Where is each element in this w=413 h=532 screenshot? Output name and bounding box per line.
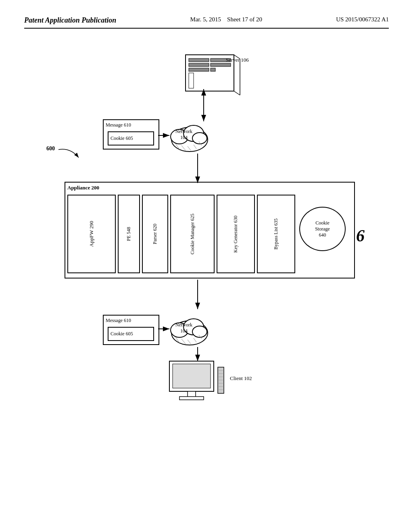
arrow-appliance-bottom-network [192, 278, 204, 312]
appliance-box: Appliance 200 AppFW 290 PE 548 Parser 62… [65, 182, 355, 278]
svg-rect-46 [218, 367, 224, 393]
cookie-storage-box: Cookie Storage 640 [299, 207, 346, 251]
arrow-network-client [192, 345, 204, 363]
pe-label: PE 548 [126, 227, 132, 241]
key-generator-box: Key Generator 630 [217, 195, 255, 273]
header-date-sheet: Mar. 5, 2015 Sheet 17 of 20 [190, 16, 262, 23]
cookie-manager-label: Cookie Manager 625 [190, 214, 196, 254]
pe-box: PE 548 [118, 195, 140, 273]
svg-rect-43 [173, 364, 211, 388]
svg-rect-45 [179, 397, 204, 400]
client-icon [165, 359, 230, 407]
cookie-manager-box: Cookie Manager 625 [170, 195, 215, 273]
server-label: Server 106 [226, 57, 249, 63]
page: Patent Application Publication Mar. 5, 2… [0, 0, 413, 532]
page-header: Patent Application Publication Mar. 5, 2… [24, 16, 389, 29]
svg-rect-4 [189, 63, 209, 66]
patent-number: US 2015/0067322 A1 [336, 16, 389, 23]
diagram-area: FIG. 6 600 [24, 41, 389, 508]
arrow-network-server [198, 87, 210, 123]
top-message-box: Message 610 Cookie 605 [103, 119, 159, 150]
bottom-cookie-box: Cookie 605 [108, 327, 154, 341]
top-cookie-box: Cookie 605 [108, 131, 154, 145]
parser-label: Parser 620 [152, 224, 158, 244]
svg-line-10 [234, 91, 240, 95]
publication-title: Patent Application Publication [24, 16, 116, 25]
top-message-label: Message 610 [106, 122, 131, 128]
ref-arrow [46, 145, 95, 170]
appfw-box: AppFW 290 [67, 195, 116, 273]
bottom-message-box: Message 610 Cookie 605 [103, 315, 159, 345]
svg-rect-5 [211, 63, 231, 66]
svg-rect-8 [189, 73, 194, 88]
arrow-network-appliance [192, 152, 204, 186]
client-label: Client 102 [230, 375, 252, 382]
svg-rect-7 [211, 68, 215, 71]
bypass-list-label: Bypass List 635 [273, 218, 279, 249]
key-generator-label: Key Generator 630 [233, 216, 239, 253]
top-network-label: Network 104 [175, 129, 192, 141]
bottom-network-label: Network 104 [175, 322, 192, 334]
parser-box: Parser 620 [142, 195, 168, 273]
appfw-label: AppFW 290 [88, 221, 95, 247]
appliance-label: Appliance 200 [67, 185, 99, 191]
cookie-storage-label: Cookie Storage 640 [315, 220, 330, 238]
arrow-msg-network-bottom [157, 325, 171, 333]
arrow-msg-network-top [157, 131, 171, 139]
bottom-message-label: Message 610 [106, 318, 131, 324]
svg-point-16 [192, 133, 207, 144]
svg-rect-2 [189, 58, 209, 62]
bypass-list-box: Bypass List 635 [257, 195, 295, 273]
svg-point-34 [192, 326, 207, 337]
svg-rect-6 [189, 68, 209, 71]
